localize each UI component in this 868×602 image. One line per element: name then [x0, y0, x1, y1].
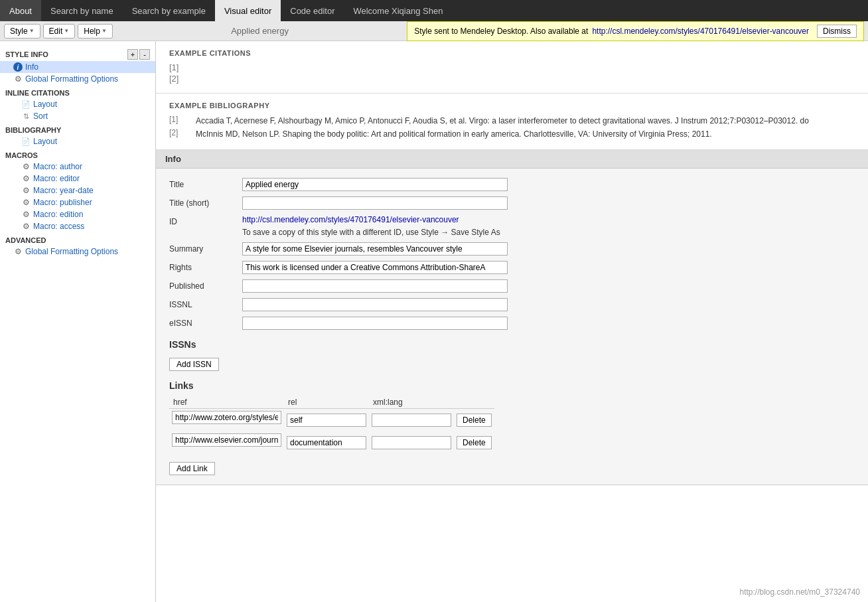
xml-lang-header: xml:lang	[369, 396, 454, 409]
bibliography-section: BIBLIOGRAPHY	[0, 122, 155, 135]
nav-search-by-example[interactable]: Search by example	[123, 0, 215, 21]
top-nav: About Search by name Search by example V…	[0, 0, 868, 21]
inline-citations-section: INLINE CITATIONS	[0, 85, 155, 98]
title-short-input[interactable]	[242, 196, 508, 210]
chevron-down-icon: ▼	[102, 28, 107, 34]
link-row-2: Delete	[169, 431, 494, 454]
add-link-btn[interactable]: Add Link	[169, 462, 215, 475]
info-panel-body: Title Title (short) ID http://csl.mendel…	[156, 169, 868, 485]
bib-num-2: [2]	[169, 128, 189, 140]
title-input[interactable]	[242, 178, 508, 191]
remove-style-info-btn[interactable]: -	[139, 49, 150, 60]
add-style-info-btn[interactable]: +	[127, 49, 138, 60]
toolbar: Style ▼ Edit ▼ Help ▼ Applied energy Sty…	[0, 21, 868, 41]
eissn-input[interactable]	[242, 317, 508, 330]
citation-item-1: [1]	[169, 62, 855, 72]
macro-year-date-icon: ⚙	[21, 186, 31, 195]
rights-label: Rights	[169, 261, 236, 272]
form-row-eissn: eISSN	[169, 317, 855, 330]
content-area: EXAMPLE CITATIONS [1] [2] EXAMPLE BIBLIO…	[156, 41, 868, 602]
link2-rel-input[interactable]	[287, 436, 366, 449]
sidebar-item-adv-global[interactable]: ⚙ Global Formatting Options	[0, 246, 155, 258]
dismiss-button[interactable]: Dismiss	[817, 25, 857, 38]
info-panel: Info Title Title (short) ID http://csl.m…	[156, 150, 868, 485]
bib-text-2: McInnis MD, Nelson LP. Shaping the body …	[196, 128, 712, 140]
example-citations-section: EXAMPLE CITATIONS [1] [2]	[156, 41, 868, 94]
link2-delete-btn[interactable]: Delete	[457, 436, 492, 449]
citation-item-2: [2]	[169, 74, 855, 84]
macro-author-icon: ⚙	[21, 162, 31, 171]
sidebar-item-sort[interactable]: ⇅ Sort	[0, 110, 155, 122]
id-link[interactable]: http://csl.mendeley.com/styles/470176491…	[242, 215, 500, 224]
example-bibliography-title: EXAMPLE BIBLIOGRAPHY	[169, 102, 855, 110]
style-name: Applied energy	[231, 26, 289, 36]
form-row-rights: Rights	[169, 261, 855, 274]
links-table: href rel xml:lang Delete	[169, 396, 494, 454]
chevron-down-icon: ▼	[64, 28, 69, 34]
style-info-buttons: + -	[127, 49, 150, 60]
bib-text-1: Accadia T, Acernese F, Alshourbagy M, Am…	[196, 115, 809, 127]
sidebar-item-macro-publisher[interactable]: ⚙ Macro: publisher	[0, 196, 155, 208]
bib-entry-2: [2] McInnis MD, Nelson LP. Shaping the b…	[169, 128, 855, 140]
sidebar-item-layout[interactable]: 📄 Layout	[0, 98, 155, 110]
sidebar-item-macro-edition[interactable]: ⚙ Macro: edition	[0, 208, 155, 220]
links-title: Links	[169, 380, 855, 391]
edit-menu-btn[interactable]: Edit ▼	[43, 24, 76, 38]
bib-entry-1: [1] Accadia T, Acernese F, Alshourbagy M…	[169, 115, 855, 127]
sidebar-item-macro-author[interactable]: ⚙ Macro: author	[0, 161, 155, 173]
link2-lang-input[interactable]	[372, 436, 451, 449]
form-row-published: Published	[169, 279, 855, 293]
sidebar-item-bib-layout[interactable]: 📄 Layout	[0, 135, 155, 147]
href-header: href	[169, 396, 284, 409]
sidebar-item-global-formatting[interactable]: ⚙ Global Formatting Options	[0, 73, 155, 85]
rights-input[interactable]	[242, 261, 508, 274]
sidebar-item-info[interactable]: i Info	[0, 61, 155, 73]
macro-edition-icon: ⚙	[21, 210, 31, 219]
add-issn-btn[interactable]: Add ISSN	[169, 358, 219, 371]
eissn-label: eISSN	[169, 317, 236, 328]
nav-code-editor[interactable]: Code editor	[281, 0, 344, 21]
link1-delete-btn[interactable]: Delete	[457, 414, 492, 427]
link2-href-input[interactable]	[172, 433, 281, 447]
gear-icon: ⚙	[13, 74, 23, 84]
sidebar-item-macro-year-date[interactable]: ⚙ Macro: year-date	[0, 185, 155, 196]
form-row-summary: Summary	[169, 242, 855, 256]
watermark: http://blog.csdn.net/m0_37324740	[740, 587, 860, 597]
issnl-label: ISSNL	[169, 298, 236, 309]
notification-bar: Style sent to Mendeley Desktop. Also ava…	[407, 21, 864, 41]
form-row-id: ID http://csl.mendeley.com/styles/470176…	[169, 215, 855, 237]
help-menu-btn[interactable]: Help ▼	[78, 24, 113, 38]
published-input[interactable]	[242, 279, 508, 293]
bib-num-1: [1]	[169, 115, 189, 127]
sidebar-item-macro-editor[interactable]: ⚙ Macro: editor	[0, 173, 155, 185]
info-panel-header: Info	[156, 150, 868, 169]
style-menu-btn[interactable]: Style ▼	[4, 24, 40, 38]
issnl-input[interactable]	[242, 298, 508, 311]
id-group: http://csl.mendeley.com/styles/470176491…	[242, 215, 500, 237]
title-label: Title	[169, 178, 236, 189]
sort-icon: ⇅	[21, 112, 31, 121]
form-row-title: Title	[169, 178, 855, 191]
id-label: ID	[169, 215, 236, 226]
link-row-1: Delete	[169, 409, 494, 432]
sidebar-item-macro-access[interactable]: ⚙ Macro: access	[0, 220, 155, 232]
notification-link[interactable]: http://csl.mendeley.com/styles/470176491…	[592, 27, 809, 36]
bib-layout-icon: 📄	[21, 137, 31, 146]
nav-visual-editor[interactable]: Visual editor	[215, 0, 281, 21]
nav-about[interactable]: About	[0, 0, 41, 21]
title-short-label: Title (short)	[169, 196, 236, 208]
macro-publisher-icon: ⚙	[21, 198, 31, 207]
published-label: Published	[169, 279, 236, 291]
link1-href-input[interactable]	[172, 411, 281, 424]
form-row-title-short: Title (short)	[169, 196, 855, 210]
nav-search-by-name[interactable]: Search by name	[41, 0, 123, 21]
summary-input[interactable]	[242, 242, 508, 256]
link1-rel-input[interactable]	[287, 414, 366, 427]
nav-welcome[interactable]: Welcome Xiqiang Shen	[344, 0, 452, 21]
issns-title: ISSNs	[169, 339, 855, 350]
summary-label: Summary	[169, 242, 236, 254]
id-help-text: To save a copy of this style with a diff…	[242, 226, 500, 237]
advanced-section: ADVANCED	[0, 232, 155, 246]
link1-lang-input[interactable]	[372, 414, 451, 427]
style-info-section: STYLE INFO + -	[0, 45, 155, 61]
